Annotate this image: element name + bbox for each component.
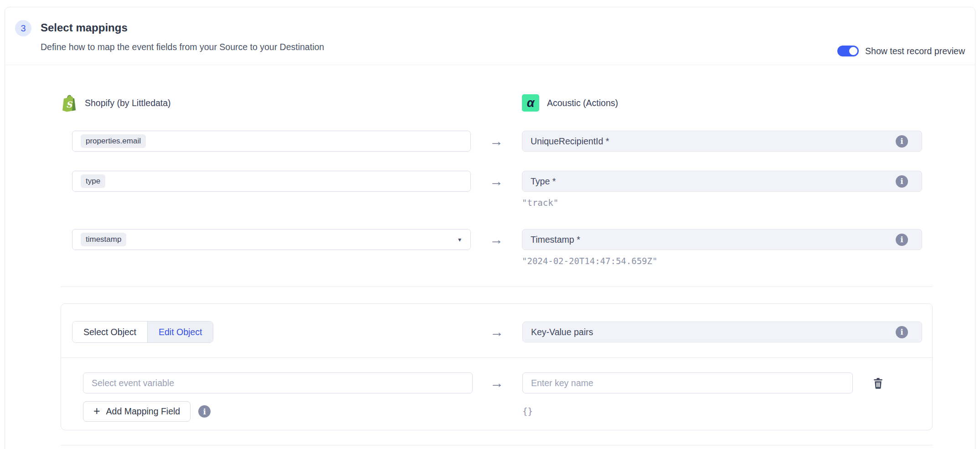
info-icon[interactable]: i xyxy=(198,405,211,418)
page-subtitle: Define how to map the event fields from … xyxy=(41,41,324,52)
source-field-chip[interactable]: timestamp xyxy=(81,233,126,246)
info-icon[interactable]: i xyxy=(896,135,908,148)
toggle-label: Show test record preview xyxy=(865,46,965,56)
info-icon[interactable]: i xyxy=(896,326,908,338)
arrow-right-icon: → xyxy=(490,174,503,188)
delete-row-button[interactable] xyxy=(872,377,884,389)
arrow-right-icon: → xyxy=(490,134,503,148)
key-value-preview: {} xyxy=(522,406,922,416)
card-header: 3 Select mappings Define how to map the … xyxy=(5,7,975,65)
test-record-preview-value: "2024-02-20T14:47:54.659Z" xyxy=(522,256,975,266)
source-field-input[interactable]: type xyxy=(72,171,471,192)
section-divider xyxy=(61,286,933,287)
source-app-name: Shopify (by Littledata) xyxy=(85,98,171,108)
source-field-chip[interactable]: properties.email xyxy=(81,134,146,148)
caret-down-icon[interactable]: ▾ xyxy=(458,236,461,243)
destination-field: Key-Value pairs i xyxy=(522,321,922,342)
destination-field-label: Key-Value pairs xyxy=(531,327,896,337)
trash-icon xyxy=(872,377,884,389)
key-name-input[interactable] xyxy=(522,372,853,393)
arrow-right-icon: → xyxy=(490,233,503,246)
bottom-divider xyxy=(61,445,933,445)
destination-field-label: UniqueRecipientId * xyxy=(531,136,896,147)
test-record-preview-value: "track" xyxy=(522,198,975,208)
destination-field: Timestamp * i xyxy=(522,229,922,250)
source-field-chip[interactable]: type xyxy=(81,174,105,188)
destination-field: UniqueRecipientId * i xyxy=(522,131,922,152)
page-title: Select mappings xyxy=(41,21,324,35)
add-mapping-field-button[interactable]: + Add Mapping Field xyxy=(83,401,191,422)
acoustic-alpha-icon: α xyxy=(522,94,539,112)
shopify-bag-icon: S xyxy=(61,94,77,112)
object-mode-tabs: Select Object Edit Object xyxy=(72,321,213,343)
destination-app: α Acoustic (Actions) xyxy=(522,94,922,112)
object-card-divider xyxy=(61,357,932,358)
tab-select-object[interactable]: Select Object xyxy=(72,321,147,342)
destination-field-label: Type * xyxy=(531,176,896,187)
tab-edit-object[interactable]: Edit Object xyxy=(147,321,213,342)
object-mapping-card: Select Object Edit Object → Key-Value pa… xyxy=(61,303,933,430)
mapping-row: properties.email → UniqueRecipientId * i xyxy=(72,131,975,152)
mapping-row: timestamp ▾ → Timestamp * i xyxy=(72,229,975,250)
plus-icon: + xyxy=(93,405,100,417)
svg-text:S: S xyxy=(66,100,73,109)
source-app: S Shopify (by Littledata) xyxy=(61,94,471,112)
destination-field-label: Timestamp * xyxy=(531,235,896,245)
arrow-right-icon: → xyxy=(490,376,504,390)
arrow-right-icon: → xyxy=(490,325,504,339)
step-number-badge: 3 xyxy=(15,20,31,36)
show-test-record-toggle[interactable] xyxy=(837,46,859,56)
destination-field: Type * i xyxy=(522,171,922,192)
add-mapping-field-label: Add Mapping Field xyxy=(106,406,181,417)
mappings-page: 3 Select mappings Define how to map the … xyxy=(0,0,980,449)
info-icon[interactable]: i xyxy=(896,234,908,246)
source-field-input[interactable]: properties.email xyxy=(72,131,471,152)
source-field-dropdown[interactable]: timestamp ▾ xyxy=(72,229,471,250)
destination-app-name: Acoustic (Actions) xyxy=(547,98,618,108)
mapping-row: type → Type * i xyxy=(72,171,975,192)
select-mappings-card: 3 Select mappings Define how to map the … xyxy=(5,7,975,449)
event-variable-input[interactable] xyxy=(83,372,473,393)
info-icon[interactable]: i xyxy=(896,175,908,188)
toggle-knob xyxy=(849,47,857,55)
